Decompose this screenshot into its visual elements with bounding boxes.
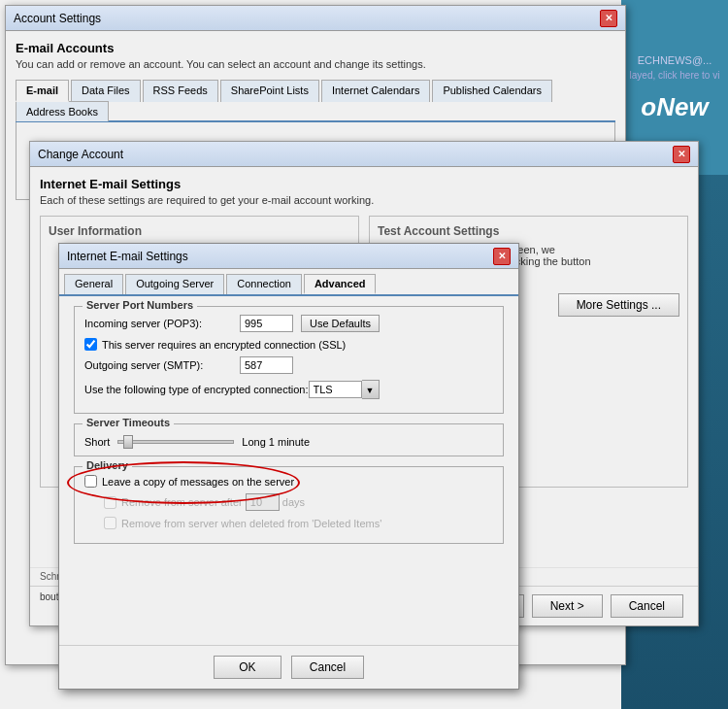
more-settings-button[interactable]: More Settings ... bbox=[558, 293, 679, 317]
account-settings-close-button[interactable]: ✕ bbox=[600, 10, 617, 27]
remove-after-label: Remove from server after bbox=[121, 496, 243, 508]
email-banner: ECHNEWS@... bbox=[626, 52, 724, 68]
use-defaults-button[interactable]: Use Defaults bbox=[301, 315, 380, 332]
timeout-value: 1 minute bbox=[269, 436, 310, 448]
leave-copy-label: Leave a copy of messages on the server bbox=[102, 476, 294, 488]
encryption-label: Use the following type of encrypted conn… bbox=[84, 384, 309, 395]
days-label: days bbox=[282, 496, 305, 508]
change-account-header: Internet E-mail Settings bbox=[40, 177, 688, 191]
change-account-close-button[interactable]: ✕ bbox=[673, 146, 690, 163]
tab-rss-feeds[interactable]: RSS Feeds bbox=[143, 80, 218, 102]
tab-email[interactable]: E-mail bbox=[16, 80, 69, 102]
outgoing-server-row: Outgoing server (SMTP): bbox=[84, 356, 493, 374]
server-timeouts-section: Server Timeouts Short Long 1 minute bbox=[74, 423, 504, 456]
server-port-section: Server Port Numbers Incoming server (POP… bbox=[74, 306, 504, 414]
leave-copy-row: Leave a copy of messages on the server bbox=[84, 475, 493, 488]
incoming-server-row: Incoming server (POP3): Use Defaults bbox=[84, 315, 493, 332]
delivery-label: Delivery bbox=[83, 459, 132, 471]
tab-address-books[interactable]: Address Books bbox=[16, 101, 109, 121]
remove-after-input[interactable] bbox=[246, 493, 280, 511]
incoming-server-input[interactable] bbox=[240, 315, 293, 332]
timeouts-row: Short Long 1 minute bbox=[84, 436, 493, 448]
tab-data-files[interactable]: Data Files bbox=[71, 80, 141, 102]
news-logo: oNew bbox=[626, 92, 724, 122]
encryption-dropdown-arrow[interactable]: ▼ bbox=[362, 380, 380, 399]
email-settings-dialog: Internet E-mail Settings ✕ General Outgo… bbox=[58, 243, 519, 690]
remove-after-checkbox[interactable] bbox=[104, 496, 116, 509]
email-settings-title: Internet E-mail Settings bbox=[67, 250, 188, 263]
encryption-row: Use the following type of encrypted conn… bbox=[84, 380, 493, 399]
remove-deleted-row: Remove from server when deleted from 'De… bbox=[104, 517, 493, 529]
ssl-label: This server requires an encrypted connec… bbox=[102, 339, 346, 351]
account-settings-titlebar: Account Settings ✕ bbox=[6, 6, 625, 31]
leave-copy-checkbox[interactable] bbox=[84, 475, 97, 488]
email-settings-content: Server Port Numbers Incoming server (POP… bbox=[59, 296, 518, 563]
tab-published-calendars[interactable]: Published Calendars bbox=[432, 80, 552, 102]
email-settings-footer: OK Cancel bbox=[59, 645, 518, 689]
outgoing-server-label: Outgoing server (SMTP): bbox=[84, 359, 240, 371]
outlook-background: ECHNEWS@... layed, click here to vi oNew… bbox=[0, 0, 728, 709]
server-timeouts-label: Server Timeouts bbox=[83, 417, 174, 428]
remove-after-row: Remove from server after days bbox=[104, 493, 493, 511]
tab-outgoing-server[interactable]: Outgoing Server bbox=[125, 274, 224, 294]
email-settings-titlebar: Internet E-mail Settings ✕ bbox=[59, 244, 518, 269]
account-tab-strip: E-mail Data Files RSS Feeds SharePoint L… bbox=[16, 80, 615, 122]
test-account-label: Test Account Settings bbox=[378, 224, 679, 238]
ssl-checkbox[interactable] bbox=[84, 338, 97, 351]
tab-connection[interactable]: Connection bbox=[226, 274, 302, 294]
account-section-header: E-mail Accounts bbox=[16, 41, 615, 55]
timeout-slider-thumb[interactable] bbox=[123, 435, 133, 449]
click-banner: layed, click here to vi bbox=[626, 68, 724, 83]
change-account-title: Change Account bbox=[38, 148, 123, 161]
change-account-desc: Each of these settings are required to g… bbox=[40, 194, 688, 206]
account-settings-title: Account Settings bbox=[14, 12, 101, 25]
server-port-label: Server Port Numbers bbox=[83, 299, 197, 311]
encryption-select[interactable] bbox=[309, 381, 362, 398]
tab-internet-calendars[interactable]: Internet Calendars bbox=[321, 80, 431, 102]
short-label: Short bbox=[84, 436, 110, 448]
user-info-label: User Information bbox=[49, 224, 350, 238]
outgoing-server-input[interactable] bbox=[240, 356, 293, 374]
remove-deleted-checkbox[interactable] bbox=[104, 517, 116, 529]
tab-general[interactable]: General bbox=[64, 274, 123, 294]
long-label: Long bbox=[242, 436, 265, 448]
account-section-desc: You can add or remove an account. You ca… bbox=[16, 58, 615, 70]
ok-button[interactable]: OK bbox=[214, 656, 281, 679]
timeout-slider-track[interactable] bbox=[117, 440, 234, 444]
email-settings-cancel-button[interactable]: Cancel bbox=[291, 656, 364, 679]
tab-advanced[interactable]: Advanced bbox=[304, 274, 377, 294]
email-settings-close-button[interactable]: ✕ bbox=[493, 248, 511, 265]
incoming-server-label: Incoming server (POP3): bbox=[84, 318, 240, 329]
change-account-titlebar: Change Account ✕ bbox=[30, 142, 698, 167]
remove-deleted-label: Remove from server when deleted from 'De… bbox=[121, 518, 381, 529]
email-settings-tab-strip: General Outgoing Server Connection Advan… bbox=[59, 269, 518, 296]
ssl-checkbox-row: This server requires an encrypted connec… bbox=[84, 338, 493, 351]
delivery-section: Delivery Leave a copy of messages on the… bbox=[74, 466, 504, 544]
tab-sharepoint[interactable]: SharePoint Lists bbox=[220, 80, 319, 102]
